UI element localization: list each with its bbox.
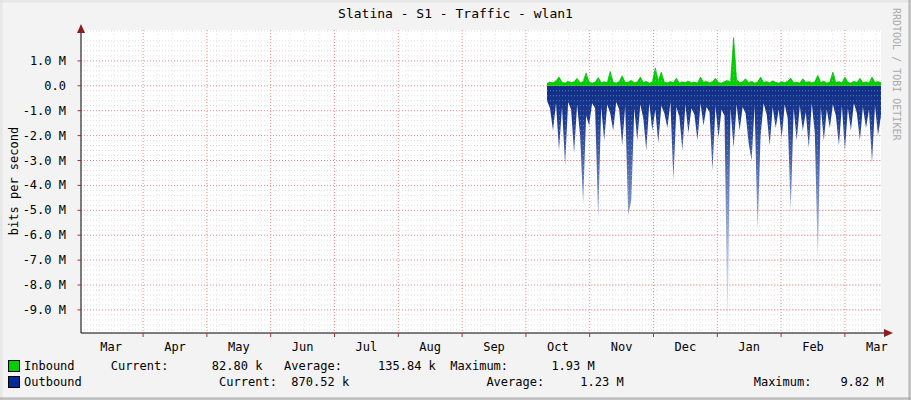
outbound-color-swatch: [8, 376, 20, 388]
legend-row-inbound: Inbound Current: 82.80 k Average: 135.84…: [8, 358, 911, 374]
x-tick-label: Jun: [271, 340, 335, 354]
y-tick-label: -1.0 M: [0, 104, 66, 118]
y-tick-label: -8.0 M: [0, 278, 66, 292]
legend-row-outbound: Outbound Current: 870.52 k Average: 1.23…: [8, 374, 911, 390]
x-tick-label: Sep: [462, 340, 526, 354]
y-tick-label: -4.0 M: [0, 178, 66, 192]
y-tick-label: -6.0 M: [0, 228, 66, 242]
x-tick-label: May: [207, 340, 271, 354]
x-tick-label: Aug: [398, 340, 462, 354]
graph-title: Slatina - S1 - Traffic - wlan1: [0, 6, 911, 21]
y-tick-label: -3.0 M: [0, 154, 66, 168]
x-tick-label: Mar: [79, 340, 143, 354]
inbound-color-swatch: [8, 360, 20, 372]
x-tick-label: Mar: [845, 340, 909, 354]
y-tick-label: -9.0 M: [0, 303, 66, 317]
y-tick-label: -2.0 M: [0, 129, 66, 143]
x-tick-label: Jan: [717, 340, 781, 354]
y-tick-label: -7.0 M: [0, 253, 66, 267]
x-tick-label: Jul: [334, 340, 398, 354]
x-tick-label: Oct: [526, 340, 590, 354]
x-tick-label: Nov: [590, 340, 654, 354]
outbound-legend-text: Outbound Current: 870.52 k Average: 1.23…: [24, 374, 884, 390]
x-tick-label: Dec: [653, 340, 717, 354]
y-tick-label: 1.0 M: [0, 54, 66, 68]
x-tick-label: Feb: [781, 340, 845, 354]
x-tick-label: Apr: [143, 340, 207, 354]
y-tick-label: -5.0 M: [0, 203, 66, 217]
rrdtool-watermark: RRDTOOL / TOBI OETIKER: [891, 8, 902, 140]
rrdtool-traffic-graph: Slatina - S1 - Traffic - wlan1 bits per …: [0, 0, 911, 400]
legend: Inbound Current: 82.80 k Average: 135.84…: [8, 358, 911, 390]
y-tick-label: 0.0: [0, 79, 66, 93]
inbound-legend-text: Inbound Current: 82.80 k Average: 135.84…: [24, 358, 595, 374]
